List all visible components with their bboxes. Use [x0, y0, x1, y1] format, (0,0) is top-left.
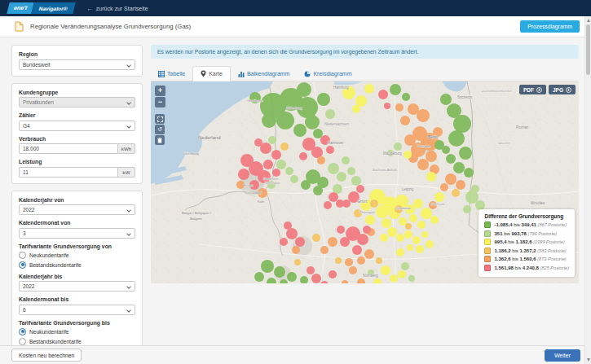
- svg-text:Nederland: Nederland: [198, 135, 221, 140]
- kalendermonat-von-select[interactable]: 3: [19, 228, 135, 239]
- svg-text:Hannover: Hannover: [328, 141, 344, 145]
- svg-text:Wrocław: Wrocław: [531, 201, 545, 205]
- legend-range-text: 995,4 bis 1.182,6 (1099 Postorte): [494, 239, 564, 244]
- radio-option[interactable]: Bestandskundentarife: [19, 261, 135, 269]
- recalculate-button[interactable]: Kosten neu berechnen: [11, 349, 82, 362]
- svg-text:Den Haag: Den Haag: [183, 151, 200, 156]
- region-select[interactable]: Bundesweit: [19, 59, 135, 70]
- logo-secondary: Navigator®: [31, 2, 75, 14]
- back-to-home-link[interactable]: ← zurück zur Startseite: [87, 6, 148, 11]
- zaehler-select[interactable]: G4: [19, 121, 135, 131]
- region-card: Region Bundesweit: [11, 45, 143, 77]
- map-zoom-controls: + −: [155, 86, 165, 108]
- legend-row: 1.186,2 bis 1.357,2 (583 Postorte): [484, 248, 569, 254]
- vertical-scrollbar[interactable]: [584, 16, 591, 364]
- back-arrow-icon: ←: [87, 6, 93, 11]
- zoom-in-button[interactable]: +: [155, 86, 165, 96]
- tab-tabelle[interactable]: Tabelle: [151, 66, 192, 81]
- svg-text:Potsdam: Potsdam: [417, 144, 431, 148]
- legend-color-swatch: [484, 239, 491, 245]
- legend-color-swatch: [484, 230, 491, 237]
- verbrauch-input[interactable]: [19, 143, 117, 154]
- svg-text:zachodniopomorskie: zachodniopomorskie: [481, 89, 512, 93]
- svg-text:Magdeburg: Magdeburg: [383, 151, 402, 156]
- scroll-down-arrow-icon[interactable]: [587, 358, 590, 362]
- legend-color-swatch: [484, 256, 491, 262]
- svg-text:Poznań: Poznań: [516, 125, 529, 129]
- verbrauch-unit: kWh: [117, 143, 135, 154]
- germany-choropleth-map[interactable]: NederlandDen HaagGroningenOldenburgHambu…: [151, 81, 579, 283]
- fullscreen-button[interactable]: [155, 114, 165, 124]
- chevron-down-icon: [126, 208, 131, 213]
- kalenderjahr-von-select[interactable]: 2022: [19, 204, 135, 215]
- tab-label: Kreisdiagramm: [313, 71, 351, 77]
- page-title: Regionale Veränderungsanalyse Grundverso…: [30, 23, 191, 30]
- radio-group-von: NeukundentarifeBestandskundentarife: [19, 252, 135, 269]
- radio-option[interactable]: Neukundentarife: [19, 328, 135, 335]
- svg-text:Leipzig: Leipzig: [402, 187, 414, 191]
- consumption-card: Kundengruppe Privatkunden Zähler G4 Verb…: [11, 83, 143, 184]
- filter-sidebar: Region Bundesweit Kundengruppe Privatkun…: [11, 45, 143, 361]
- kalenderjahr-von-value: 2022: [23, 207, 34, 213]
- kundengruppe-select[interactable]: Privatkunden: [19, 97, 135, 107]
- expand-icon: [157, 116, 163, 122]
- radio-icon[interactable]: [19, 261, 26, 269]
- kalendermonat-bis-label: Kalendermonat bis: [19, 296, 135, 302]
- legend-range-text: 1.362,6 bis 1.560,6 (873 Postorte): [494, 257, 566, 261]
- svg-text:Köln: Köln: [258, 200, 265, 204]
- tab-karte[interactable]: Karte: [192, 66, 231, 81]
- info-alert: Es werden nur Postorte angezeigt, an den…: [151, 45, 579, 59]
- clear-selection-button[interactable]: [155, 135, 165, 145]
- tab-kreisdiagramm[interactable]: Kreisdiagramm: [297, 66, 359, 81]
- radio-label: Neukundentarife: [29, 329, 68, 335]
- kundengruppe-value: Privatkunden: [23, 99, 54, 105]
- svg-text:Belgien: Belgien: [190, 217, 202, 221]
- logo-primary: ene't: [7, 2, 34, 14]
- main-content: Es werden nur Postorte angezeigt, an den…: [151, 45, 579, 283]
- svg-text:Thüringen: Thüringen: [359, 210, 376, 214]
- map-legend-rows: -1.085,4 bis 349,41 (867 Postorte)351 bi…: [484, 221, 569, 271]
- legend-row: 1.362,6 bis 1.560,6 (873 Postorte): [484, 256, 569, 262]
- chevron-down-icon: [126, 63, 131, 68]
- scroll-up-arrow-icon[interactable]: [587, 19, 590, 22]
- chevron-down-icon: [126, 100, 131, 105]
- map-legend: Differenz der Grundversorgung -1.085,4 b…: [479, 209, 575, 277]
- radio-option[interactable]: Neukundentarife: [19, 252, 135, 259]
- radio-icon[interactable]: [19, 338, 26, 345]
- scrollbar-thumb[interactable]: [586, 24, 590, 75]
- radio-icon[interactable]: [19, 252, 26, 259]
- legend-color-swatch: [484, 265, 491, 271]
- kalendermonat-von-label: Kalendermonat von: [19, 220, 135, 226]
- view-tabs: Tabelle Karte Balkendiagramm Kreisdiagra…: [151, 65, 579, 81]
- action-footer: Kosten neu berechnen Weiter: [0, 345, 591, 364]
- legend-color-swatch: [484, 221, 491, 228]
- svg-text:Sachsen-Anhalt: Sachsen-Anhalt: [373, 168, 397, 172]
- kalenderjahr-bis-select[interactable]: 2022: [19, 281, 135, 292]
- enet-navigator-logo[interactable]: ene't Navigator®: [7, 2, 75, 14]
- export-jpg-button[interactable]: JPG: [549, 85, 576, 94]
- download-icon: [536, 87, 542, 93]
- svg-text:Westfalen: Westfalen: [265, 181, 280, 185]
- radio-option[interactable]: Bestandskundentarife: [19, 338, 135, 345]
- svg-text:lubuskie: lubuskie: [498, 141, 510, 145]
- legend-range-text: 351 bis 993,78 (799 Postorte): [494, 231, 557, 236]
- zoom-out-button[interactable]: −: [155, 97, 165, 107]
- tab-balkendiagramm[interactable]: Balkendiagramm: [231, 66, 298, 81]
- export-pdf-button[interactable]: PDF: [519, 85, 546, 94]
- svg-text:België / Belgique /: België / Belgique /: [182, 211, 211, 215]
- kalendermonat-bis-select[interactable]: 6: [19, 305, 135, 315]
- kalenderjahr-bis-value: 2022: [23, 283, 34, 289]
- leistung-input[interactable]: [19, 167, 117, 178]
- radio-icon[interactable]: [19, 328, 26, 335]
- legend-range-text: 1.186,2 bis 1.357,2 (583 Postorte): [494, 248, 566, 253]
- svg-text:Groningen: Groningen: [247, 99, 263, 103]
- export-pdf-label: PDF: [523, 87, 534, 93]
- tarifvariante-von-label: Tarifvariante Grundversorgung von: [19, 243, 135, 249]
- next-button[interactable]: Weiter: [545, 349, 580, 362]
- process-diagram-button[interactable]: Prozessdiagramm: [520, 20, 580, 33]
- reset-view-button[interactable]: ↺: [155, 125, 165, 134]
- svg-text:Hamburg: Hamburg: [333, 86, 349, 90]
- top-navbar: ene't Navigator® ← zurück zur Startseite: [0, 0, 591, 16]
- trash-icon: [157, 138, 162, 143]
- kalenderjahr-von-label: Kalenderjahr von: [19, 197, 135, 203]
